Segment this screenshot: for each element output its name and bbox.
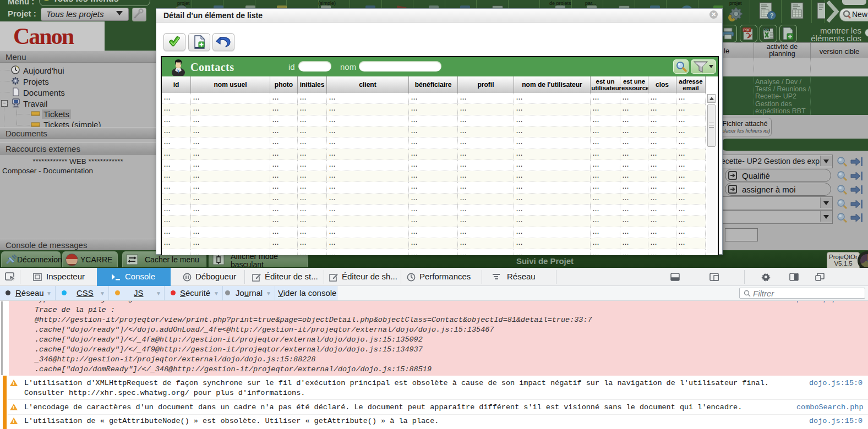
- svg-text:?: ?: [770, 12, 774, 19]
- svg-text:PDF: PDF: [744, 28, 751, 32]
- svg-text:CSV: CSV: [763, 28, 769, 31]
